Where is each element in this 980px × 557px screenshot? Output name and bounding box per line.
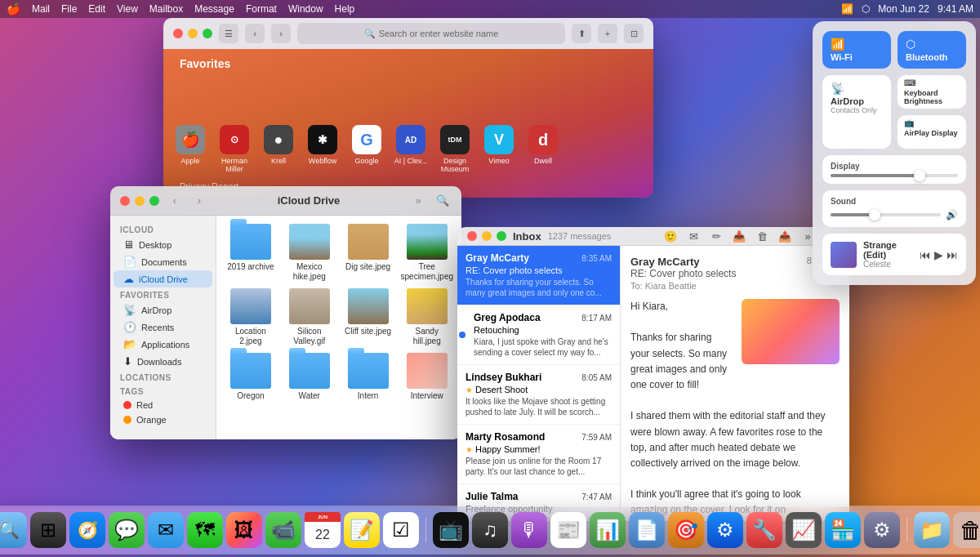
dock-appstore[interactable]: 🏪: [825, 512, 861, 548]
file-intern[interactable]: Intern: [342, 353, 394, 401]
favicon-google[interactable]: G Google: [348, 125, 385, 173]
cc-bluetooth-tile[interactable]: ⬡ Bluetooth: [898, 31, 966, 69]
cc-airdrop-tile[interactable]: 📡 AirDrop Contacts Only: [822, 75, 891, 149]
sidebar-toggle-button[interactable]: ☰: [219, 24, 238, 43]
sidebar-item-airdrop[interactable]: 📡 AirDrop: [114, 301, 212, 319]
delete-button[interactable]: 🗑: [753, 227, 771, 245]
finder-maximize-button[interactable]: [149, 196, 159, 206]
finder-minimize-button[interactable]: [135, 196, 145, 206]
sidebar-item-applications[interactable]: 📂 Applications: [114, 336, 212, 353]
favicon-dm[interactable]: tDM Design Museum: [436, 125, 474, 173]
dock-xcode[interactable]: ⚙: [707, 512, 743, 548]
file-water[interactable]: Water: [283, 353, 336, 401]
mail-maximize-button[interactable]: [497, 231, 506, 241]
file-2019-archive[interactable]: 2019 archive: [225, 224, 277, 282]
dock-safari[interactable]: 🧭: [69, 512, 105, 548]
compose-button[interactable]: ✏: [707, 227, 725, 245]
file-sandy-hill[interactable]: Sandy hill.jpeg: [401, 288, 453, 346]
favicon-vimeo[interactable]: V Vimeo: [480, 125, 518, 173]
file-mexico-hike[interactable]: Mexico hike.jpeg: [283, 224, 336, 282]
mail-item-marty[interactable]: Marty Rosamond 7:59 AM ★ Happy Summer! P…: [457, 425, 620, 484]
menu-edit[interactable]: Edit: [88, 3, 105, 15]
dock-news[interactable]: 📰: [550, 512, 586, 548]
share-button[interactable]: ⬆: [572, 24, 591, 43]
cc-airplay-tile[interactable]: 📺 AirPlay Display: [898, 115, 966, 149]
file-interview[interactable]: Interview: [401, 353, 453, 401]
sidebar-item-icloud-drive[interactable]: ☁ iCloud Drive: [114, 270, 212, 287]
menu-message[interactable]: Message: [194, 3, 234, 15]
dock-keynote[interactable]: 🎯: [668, 512, 704, 548]
rewind-button[interactable]: ⏮: [920, 248, 931, 261]
dock-mail[interactable]: ✉: [148, 512, 184, 548]
mail-item-greg[interactable]: Greg Apodaca 8:17 AM Retouching Kiara, I…: [457, 305, 620, 365]
archive-button[interactable]: 📥: [730, 227, 748, 245]
safari-address-bar[interactable]: 🔍 Search or enter website name: [297, 23, 565, 44]
menubar-bluetooth-icon[interactable]: ⬡: [862, 3, 870, 15]
dock-numbers[interactable]: 📊: [590, 512, 626, 548]
display-slider[interactable]: [831, 174, 958, 177]
dock-trash[interactable]: 🗑: [953, 512, 980, 548]
dock-maps[interactable]: 🗺: [187, 512, 223, 548]
favicon-dwell[interactable]: d Dwell: [524, 125, 562, 173]
dock-instruments[interactable]: 🔧: [746, 512, 782, 548]
dock-activitymonitor[interactable]: 📈: [786, 512, 822, 548]
dock-facetime[interactable]: 📹: [265, 512, 301, 548]
mail-close-button[interactable]: [467, 231, 477, 241]
favicon-ai[interactable]: AD AI | Clev...: [392, 125, 430, 173]
favicon-krell[interactable]: ● Krell: [260, 125, 297, 173]
sidebar-item-documents[interactable]: 📄 Documents: [114, 253, 212, 270]
cc-keyboard-tile[interactable]: ⌨ Keyboard Brightness: [898, 75, 966, 109]
sidebar-item-desktop[interactable]: 🖥 Desktop: [114, 236, 212, 253]
play-pause-button[interactable]: ▶: [934, 248, 943, 261]
sidebar-item-recents[interactable]: 🕐 Recents: [114, 319, 212, 336]
favicon-apple[interactable]: 🍎 Apple: [172, 125, 209, 173]
dock-launchpad[interactable]: ⊞: [30, 512, 66, 548]
sidebar-tag-red[interactable]: Red: [114, 398, 212, 412]
favicon-hm[interactable]: ⊙ Herman Miller: [216, 125, 253, 173]
finder-forward-button[interactable]: ›: [190, 192, 208, 210]
menu-help[interactable]: Help: [335, 3, 355, 15]
file-cliff-site[interactable]: Cliff site.jpeg: [342, 288, 394, 346]
compose-emoji-button[interactable]: 🙂: [662, 227, 679, 245]
dock-photos[interactable]: 🖼: [226, 512, 262, 548]
file-dig-site[interactable]: Dig site.jpeg: [342, 224, 394, 282]
finder-close-button[interactable]: [120, 196, 130, 206]
mail-format-button[interactable]: ✉: [684, 227, 702, 245]
menu-mailbox[interactable]: Mailbox: [149, 3, 183, 15]
file-tree-specimen[interactable]: Tree specimen.jpeg: [401, 224, 453, 282]
mail-item-gray[interactable]: Gray McCarty 8:35 AM RE: Cover photo sel…: [457, 246, 620, 305]
tab-overview-button[interactable]: ⊡: [624, 24, 644, 43]
sidebar-item-downloads[interactable]: ⬇ Downloads: [114, 353, 212, 370]
finder-back-button[interactable]: ‹: [166, 192, 184, 210]
file-oregon[interactable]: Oregon: [225, 353, 277, 401]
dock-messages[interactable]: 💬: [109, 512, 145, 548]
new-tab-button[interactable]: +: [598, 24, 617, 43]
dock-finder[interactable]: 🔍: [0, 512, 27, 548]
dock-podcasts[interactable]: 🎙: [511, 512, 547, 548]
finder-search-button[interactable]: 🔍: [434, 192, 452, 210]
sidebar-tag-orange[interactable]: Orange: [114, 412, 212, 427]
dock-reminders[interactable]: ☑: [383, 512, 419, 548]
menubar-wifi-icon[interactable]: 📶: [841, 3, 853, 15]
minimize-button[interactable]: [188, 29, 198, 38]
mail-minimize-button[interactable]: [482, 231, 492, 241]
mail-item-lindsey[interactable]: Lindsey Bukhari 8:05 AM ★ Desert Shoot I…: [457, 365, 620, 425]
sound-slider[interactable]: [831, 213, 941, 216]
file-location2[interactable]: Location 2.jpeg: [225, 288, 277, 346]
close-button[interactable]: [173, 29, 183, 38]
menu-window[interactable]: Window: [288, 3, 323, 15]
dock-tv[interactable]: 📺: [433, 512, 469, 548]
dock-pages[interactable]: 📄: [629, 512, 665, 548]
dock-music[interactable]: ♫: [472, 512, 508, 548]
dock-notes[interactable]: 📝: [344, 512, 380, 548]
maximize-button[interactable]: [203, 29, 212, 38]
favicon-webflow[interactable]: ✱ Webflow: [304, 125, 341, 173]
dock-sysprefs[interactable]: ⚙: [864, 512, 900, 548]
menu-format[interactable]: Format: [246, 3, 277, 15]
file-silicon-valley[interactable]: Silicon Valley.gif: [283, 288, 336, 346]
dock-calendar[interactable]: JUN 22: [305, 512, 341, 548]
dock-empty[interactable]: 📁: [914, 512, 950, 548]
apple-menu[interactable]: 🍎: [7, 2, 20, 16]
fast-forward-button[interactable]: ⏭: [947, 248, 958, 261]
back-button[interactable]: ‹: [245, 24, 265, 43]
